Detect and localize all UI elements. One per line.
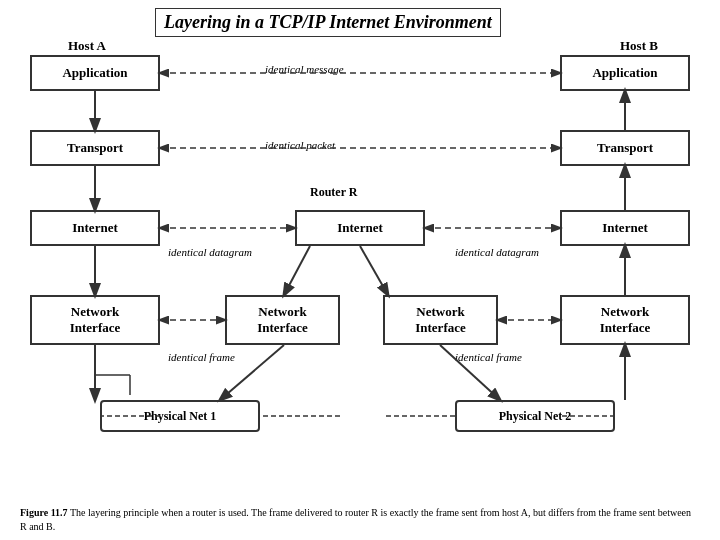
- router-r-label: Router R: [310, 185, 357, 200]
- svg-line-8: [284, 246, 310, 295]
- caption-fig-label: Figure 11.7: [20, 507, 68, 518]
- label-identical-message: identical message: [265, 62, 344, 76]
- r-net1-box: Network Interface: [225, 295, 340, 345]
- hA-net-box: Network Interface: [30, 295, 160, 345]
- phys-net2-box: Physical Net 2: [455, 400, 615, 432]
- label-identical-packet: identical packet: [265, 138, 335, 152]
- host-b-label: Host B: [620, 38, 658, 54]
- label-identical-frame2: identical frame: [455, 350, 522, 364]
- label-identical-frame1: identical frame: [168, 350, 235, 364]
- hB-app-box: Application: [560, 55, 690, 91]
- phys-net1-box: Physical Net 1: [100, 400, 260, 432]
- caption: Figure 11.7 The layering principle when …: [20, 506, 700, 534]
- label-identical-datagram2: identical datagram: [455, 245, 539, 259]
- label-identical-datagram1: identical datagram: [168, 245, 252, 259]
- caption-text: The layering principle when a router is …: [20, 507, 691, 532]
- page-title: Layering in a TCP/IP Internet Environmen…: [155, 8, 501, 37]
- r-inet-box: Internet: [295, 210, 425, 246]
- page: Layering in a TCP/IP Internet Environmen…: [0, 0, 720, 540]
- host-a-label: Host A: [68, 38, 106, 54]
- hA-trans-box: Transport: [30, 130, 160, 166]
- hA-inet-box: Internet: [30, 210, 160, 246]
- r-net2-box: Network Interface: [383, 295, 498, 345]
- hB-net-box: Network Interface: [560, 295, 690, 345]
- svg-line-9: [360, 246, 388, 295]
- hA-app-box: Application: [30, 55, 160, 91]
- hB-trans-box: Transport: [560, 130, 690, 166]
- hB-inet-box: Internet: [560, 210, 690, 246]
